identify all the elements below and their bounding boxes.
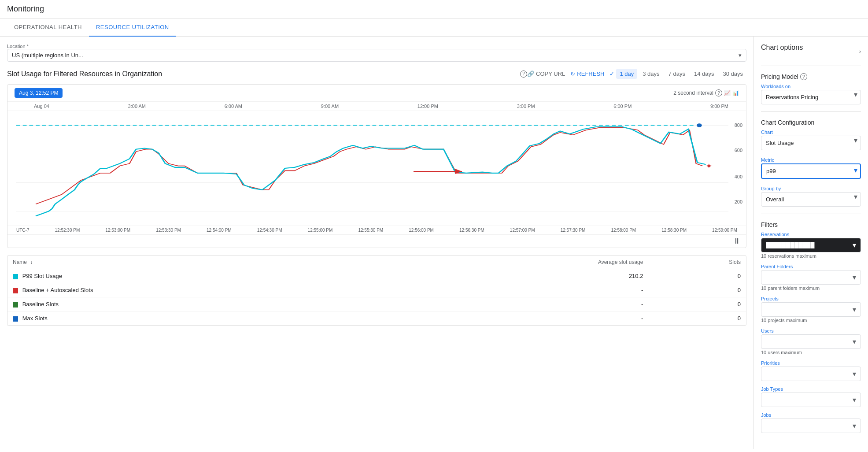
- pricing-model-title: Pricing Model ?: [761, 73, 861, 80]
- y-label-400: 400: [735, 174, 742, 179]
- filter-label: Projects: [761, 296, 861, 301]
- group-by-select[interactable]: Overall: [761, 192, 861, 207]
- filter-dropdown-4[interactable]: ▾: [761, 367, 861, 381]
- filters-container: Reservations ████████████ ▾ 10 reservati…: [761, 232, 861, 433]
- x-label: 12:56:30 PM: [459, 228, 484, 233]
- chevron-down-icon: ▾: [853, 273, 856, 282]
- x-label: 12:55:00 PM: [308, 228, 333, 233]
- chevron-down-icon: ▾: [853, 241, 856, 249]
- time-btn-14days[interactable]: 14 days: [691, 69, 718, 79]
- location-dropdown[interactable]: US (multiple regions in Un... ▾: [7, 49, 746, 62]
- filter-hint: 10 projects maximum: [761, 318, 861, 323]
- table-row: Baseline Slots - 0: [7, 297, 746, 311]
- sort-icon: ↓: [30, 259, 33, 265]
- tabs-bar: OPERATIONAL HEALTH RESOURCE UTILIZATION: [0, 19, 868, 37]
- chevron-down-icon: ▾: [739, 52, 742, 59]
- time-label: 12:00 PM: [417, 104, 438, 109]
- refresh-icon: ↻: [570, 70, 575, 77]
- chart-select[interactable]: Slot Usage: [761, 136, 861, 150]
- time-btn-1day[interactable]: 1 day: [616, 69, 637, 79]
- y-label-200: 200: [735, 199, 742, 204]
- col-slots-header: Slots: [648, 256, 746, 269]
- filter-label: Users: [761, 328, 861, 333]
- bar-chart-icon[interactable]: 📊: [732, 90, 739, 96]
- workloads-field: Workloads on Reservations Pricing ▾: [761, 84, 861, 104]
- chart-help-icon[interactable]: ?: [520, 70, 527, 78]
- svg-point-6: [697, 123, 702, 127]
- checkmark-icon: ✓: [609, 70, 614, 77]
- filter-label: Reservations: [761, 232, 861, 237]
- chart-bottom-bar: ⏸: [7, 234, 746, 248]
- col-avg-header[interactable]: Average slot usage: [405, 256, 648, 269]
- filter-item: Job Types ▾: [761, 386, 861, 407]
- tab-operational-health[interactable]: OPERATIONAL HEALTH: [7, 19, 89, 37]
- copy-url-button[interactable]: 🔗 COPY URL: [527, 70, 565, 77]
- time-label: 6:00 PM: [613, 104, 632, 109]
- divider-2: [761, 111, 861, 112]
- color-swatch: [13, 302, 18, 308]
- refresh-button[interactable]: ↻ REFRESH: [570, 70, 604, 77]
- workloads-label: Workloads on: [761, 84, 861, 89]
- chart-container: Aug 3, 12:52 PM 2 second interval ? 📈 📊 …: [7, 84, 746, 248]
- x-label: 12:59:00 PM: [712, 228, 737, 233]
- line-chart-icon[interactable]: 📈: [724, 90, 731, 96]
- table-row: P99 Slot Usage 210.2 0: [7, 269, 746, 283]
- x-label: 12:54:00 PM: [207, 228, 232, 233]
- x-label: 12:52:30 PM: [55, 228, 80, 233]
- x-label: 12:54:30 PM: [257, 228, 282, 233]
- x-label: 12:56:00 PM: [409, 228, 434, 233]
- col-name-header[interactable]: Name ↓: [7, 256, 405, 269]
- chart-svg-area: 800 600 400 200: [7, 111, 746, 226]
- time-label: 9:00 PM: [710, 104, 728, 109]
- filter-label: Job Types: [761, 386, 861, 392]
- panel-title: Chart options: [761, 44, 803, 52]
- divider-1: [761, 66, 861, 66]
- metric-label: Metric: [761, 157, 861, 163]
- pause-icon[interactable]: ⏸: [733, 237, 741, 246]
- x-label: 12:57:00 PM: [510, 228, 535, 233]
- link-icon: 🔗: [527, 70, 534, 77]
- filter-item: Projects ▾ 10 projects maximum: [761, 296, 861, 323]
- pricing-model-select[interactable]: Reservations Pricing: [761, 90, 861, 104]
- filter-dropdown-2[interactable]: ▾: [761, 302, 861, 317]
- filter-item: Jobs ▾: [761, 412, 861, 433]
- time-label: 3:00 AM: [128, 104, 146, 109]
- filter-dropdown-0[interactable]: ████████████ ▾: [761, 238, 861, 252]
- filter-dropdown-3[interactable]: ▾: [761, 334, 861, 349]
- x-axis: UTC-7 12:52:30 PM 12:53:00 PM 12:53:30 P…: [7, 226, 746, 234]
- legend-table: Name ↓ Average slot usage Slots P99 S: [7, 256, 746, 326]
- x-label: 12:53:30 PM: [156, 228, 181, 233]
- close-panel-icon[interactable]: ›: [859, 48, 861, 55]
- x-label: 12:53:00 PM: [105, 228, 130, 233]
- filter-dropdown-5[interactable]: ▾: [761, 393, 861, 407]
- metric-field: Metric p99 ▾: [761, 157, 861, 179]
- table-row: Baseline + Autoscaled Slots - 0: [7, 283, 746, 297]
- y-label-800: 800: [735, 122, 742, 128]
- time-label: 9:00 AM: [321, 104, 339, 109]
- pricing-model-section: Pricing Model ? Workloads on Reservation…: [761, 73, 861, 104]
- filter-label: Jobs: [761, 412, 861, 418]
- right-panel: Chart options › Pricing Model ? Workload…: [753, 37, 868, 449]
- metric-select[interactable]: p99: [761, 163, 861, 179]
- time-btn-30days[interactable]: 30 days: [719, 69, 746, 79]
- interval-help-icon[interactable]: ?: [715, 89, 722, 96]
- time-btn-3days[interactable]: 3 days: [639, 69, 663, 79]
- tab-resource-utilization[interactable]: RESOURCE UTILIZATION: [89, 19, 176, 37]
- filter-item: Users ▾ 10 users maximum: [761, 328, 861, 355]
- location-bar: Location * US (multiple regions in Un...…: [7, 44, 746, 62]
- chart-controls: 🔗 COPY URL ↻ REFRESH ✓ 1 day 3 days: [527, 69, 746, 79]
- chart-config-section: Chart Configuration Chart Slot Usage ▾ M…: [761, 119, 861, 207]
- filter-dropdown-1[interactable]: ▾: [761, 270, 861, 285]
- filters-section: Filters Reservations ████████████ ▾ 10 r…: [761, 221, 861, 433]
- table-row: Max Slots - 0: [7, 311, 746, 326]
- filter-item: Priorities ▾: [761, 360, 861, 381]
- date-badge: Aug 3, 12:52 PM: [15, 88, 63, 98]
- legend-table-container: Name ↓ Average slot usage Slots P99 S: [7, 255, 746, 326]
- divider-3: [761, 214, 861, 214]
- x-label: 12:58:00 PM: [611, 228, 636, 233]
- filter-dropdown-6[interactable]: ▾: [761, 419, 861, 433]
- color-swatch: [13, 288, 18, 293]
- time-btn-7days[interactable]: 7 days: [665, 69, 689, 79]
- filter-hint: 10 users maximum: [761, 350, 861, 355]
- pricing-help-icon[interactable]: ?: [800, 73, 807, 80]
